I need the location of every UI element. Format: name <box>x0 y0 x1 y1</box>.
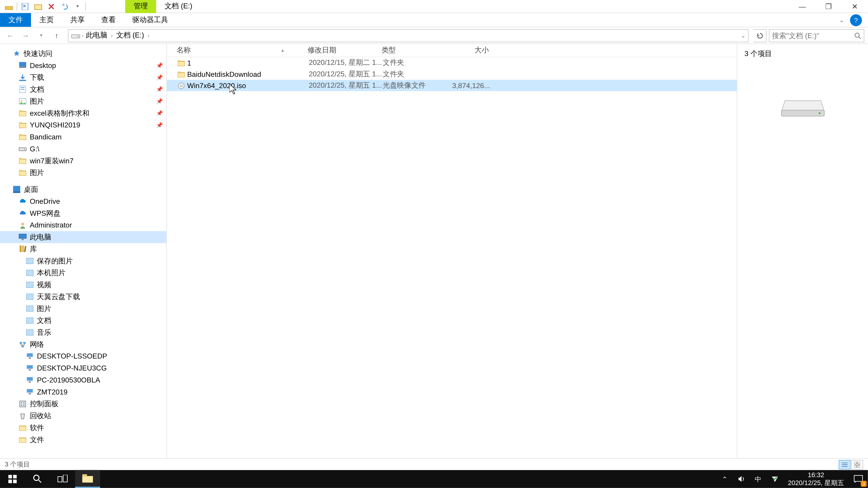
tree-folder-files[interactable]: 文件 <box>0 434 166 446</box>
tree-label: 视频 <box>37 280 51 290</box>
tree-network-item[interactable]: PC-20190530OBLA <box>0 374 166 386</box>
tree-network[interactable]: 网络 <box>0 338 166 350</box>
tree-label: G:\ <box>30 145 39 153</box>
taskbar-app-explorer[interactable] <box>75 470 100 488</box>
volume-icon[interactable] <box>733 470 750 488</box>
tree-qa-item[interactable]: YUNQISHI2019📌 <box>0 119 166 131</box>
ime-indicator[interactable]: 中 <box>750 470 767 488</box>
svg-rect-42 <box>20 342 22 344</box>
view-details-button[interactable] <box>839 459 850 469</box>
nav-recent-dropdown[interactable]: ▾ <box>35 29 48 42</box>
svg-rect-27 <box>13 186 20 191</box>
tree-network-item[interactable]: ZMT2019 <box>0 386 166 398</box>
file-row[interactable]: Win7x64_2020.iso2020/12/25, 星期五 1...光盘映像… <box>167 80 737 91</box>
tree-lib-item[interactable]: 保存的图片 <box>0 255 166 267</box>
tree-desktop-item[interactable]: OneDrive <box>0 195 166 207</box>
breadcrumb-item[interactable]: 此电脑 <box>85 30 108 40</box>
svg-rect-72 <box>854 461 857 464</box>
tree-network-item[interactable]: DESKTOP-NJEU3CG <box>0 362 166 374</box>
close-button[interactable]: ✕ <box>842 0 868 13</box>
nav-back-button[interactable]: ← <box>4 29 17 42</box>
view-thumbnails-button[interactable] <box>851 459 863 469</box>
tree-desktop-root[interactable]: 桌面 <box>0 184 166 195</box>
file-date: 2020/12/25, 星期五 1... <box>309 69 383 79</box>
qat-new-folder-icon[interactable] <box>32 0 45 13</box>
taskbar-clock[interactable]: 16:32 2020/12/25, 星期五 <box>783 471 849 487</box>
security-icon[interactable] <box>767 470 783 488</box>
ribbon-context-tab[interactable]: 管理 <box>125 0 156 13</box>
ribbon-tab-share[interactable]: 共享 <box>62 13 93 27</box>
tree-lib-item[interactable]: 本机照片 <box>0 267 166 279</box>
tree-control-panel[interactable]: 控制面板 <box>0 398 166 410</box>
svg-rect-8 <box>19 67 26 68</box>
qat-app-icon[interactable] <box>2 0 16 13</box>
ribbon-tab-home[interactable]: 主页 <box>31 13 62 27</box>
tree-recycle-bin[interactable]: 回收站 <box>0 410 166 422</box>
svg-rect-50 <box>29 381 31 383</box>
column-date[interactable]: 修改日期 <box>308 45 381 55</box>
qat-dropdown-icon[interactable]: ▾ <box>71 0 84 13</box>
tree-lib-item[interactable]: 文档 <box>0 315 166 326</box>
tree-qa-item[interactable]: Desktop📌 <box>0 60 166 72</box>
task-view-button[interactable] <box>50 470 75 488</box>
column-size[interactable]: 大小 <box>441 45 489 55</box>
tree-qa-item[interactable]: Bandicam <box>0 131 166 143</box>
ribbon-tab-file[interactable]: 文件 <box>0 13 31 27</box>
tree-qa-item[interactable]: 文档📌 <box>0 84 166 95</box>
qat-delete-icon[interactable] <box>45 0 58 13</box>
tree-desktop-item[interactable]: Administrator <box>0 219 166 231</box>
tree-qa-item[interactable]: 图片📌 <box>0 95 166 107</box>
tree-network-item[interactable]: DESKTOP-LSSOEDP <box>0 350 166 362</box>
breadcrumb-item[interactable]: 文档 (E:) <box>115 30 145 40</box>
column-type[interactable]: 类型 <box>381 45 441 55</box>
minimize-button[interactable]: — <box>789 0 815 13</box>
notification-center-button[interactable]: 3 <box>849 470 868 488</box>
file-row[interactable]: 12020/12/15, 星期二 1...文件夹 <box>167 57 737 68</box>
tree-qa-item[interactable]: 图片 <box>0 167 166 179</box>
svg-rect-33 <box>22 246 24 252</box>
refresh-button[interactable] <box>753 29 767 42</box>
svg-rect-30 <box>19 234 26 238</box>
file-row[interactable]: BaiduNetdiskDownload2020/12/25, 星期五 1...… <box>167 68 737 80</box>
svg-rect-40 <box>26 318 33 324</box>
help-icon[interactable]: ? <box>850 14 862 26</box>
search-icon[interactable] <box>854 32 862 39</box>
tree-lib-item[interactable]: 视频 <box>0 279 166 291</box>
address-dropdown-icon[interactable]: ⌄ <box>741 33 746 38</box>
tray-overflow-button[interactable]: ⌃ <box>716 470 733 488</box>
ribbon-tab-drive-tools[interactable]: 驱动器工具 <box>124 13 176 27</box>
tree-qa-item[interactable]: G:\ <box>0 143 166 155</box>
start-button[interactable] <box>0 470 25 488</box>
svg-rect-84 <box>82 476 93 483</box>
tree-folder-software[interactable]: 软件 <box>0 422 166 434</box>
maximize-button[interactable]: ❐ <box>815 0 842 13</box>
address-bar[interactable]: › 此电脑 › 文档 (E:) › ⌄ <box>68 29 749 42</box>
tree-label: 文件 <box>30 435 44 445</box>
tree-label: OneDrive <box>30 197 60 205</box>
pc-icon <box>18 232 27 242</box>
svg-rect-34 <box>24 246 26 252</box>
tree-lib-item[interactable]: 天翼云盘下载 <box>0 291 166 303</box>
tree-qa-item[interactable]: 下载📌 <box>0 71 166 84</box>
ribbon-collapse-icon[interactable]: ⌄ <box>839 17 844 23</box>
tree-qa-item[interactable]: excel表格制作求和📌 <box>0 107 166 119</box>
nav-forward-button[interactable]: → <box>19 29 32 42</box>
tree-lib-item[interactable]: 图片 <box>0 303 166 315</box>
search-box[interactable] <box>769 29 864 42</box>
tree-lib-item[interactable]: 音乐 <box>0 326 166 338</box>
qat-undo-icon[interactable] <box>58 0 71 13</box>
search-button[interactable] <box>25 470 50 488</box>
tree-desktop-item[interactable]: 库 <box>0 243 166 255</box>
tree-quick-access[interactable]: 快速访问 <box>0 48 166 60</box>
column-name[interactable]: 名称▴ <box>177 45 308 55</box>
qat-properties-icon[interactable] <box>19 0 32 13</box>
tree-desktop-item[interactable]: 此电脑 <box>0 231 166 243</box>
ribbon-tab-view[interactable]: 查看 <box>93 13 124 27</box>
navigation-tree[interactable]: 快速访问 Desktop📌下载📌文档📌图片📌excel表格制作求和📌YUNQIS… <box>0 44 167 458</box>
tree-qa-item[interactable]: win7重装win7 <box>0 155 166 167</box>
tree-desktop-item[interactable]: WPS网盘 <box>0 207 166 219</box>
pin-icon: 📌 <box>156 63 163 68</box>
nav-up-button[interactable]: ↑ <box>50 29 63 42</box>
search-input[interactable] <box>772 31 854 39</box>
breadcrumb: 此电脑 › 文档 (E:) › <box>85 30 151 40</box>
